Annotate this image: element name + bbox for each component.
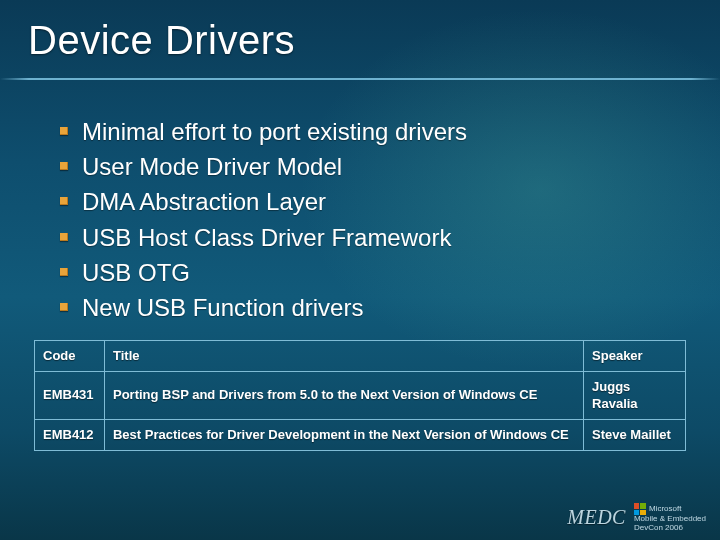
slide: Device Drivers Minimal effort to port ex… <box>0 0 720 540</box>
cell-title: Best Practices for Driver Development in… <box>104 419 583 450</box>
microsoft-text: Microsoft <box>649 505 681 513</box>
bullet-item: USB OTG <box>60 257 680 288</box>
col-header-title: Title <box>104 341 583 372</box>
sessions-table-wrap: Code Title Speaker EMB431 Porting BSP an… <box>34 340 686 451</box>
slide-title: Device Drivers <box>0 0 720 63</box>
cell-title: Porting BSP and Drivers from 5.0 to the … <box>104 372 583 420</box>
medc-logo-text: MEDC <box>567 506 626 529</box>
bullet-item: New USB Function drivers <box>60 292 680 323</box>
sessions-table: Code Title Speaker EMB431 Porting BSP an… <box>34 340 686 451</box>
col-header-speaker: Speaker <box>584 341 686 372</box>
footer-sub2: DevCon 2006 <box>634 524 706 532</box>
title-underline <box>0 78 720 80</box>
footer-brand: MEDC Microsoft Mobile & Embedded DevCon … <box>567 503 706 532</box>
bullet-item: DMA Abstraction Layer <box>60 186 680 217</box>
table-row: EMB412 Best Practices for Driver Develop… <box>35 419 686 450</box>
cell-code: EMB431 <box>35 372 105 420</box>
table-row: EMB431 Porting BSP and Drivers from 5.0 … <box>35 372 686 420</box>
bullet-list: Minimal effort to port existing drivers … <box>60 116 680 327</box>
microsoft-block: Microsoft Mobile & Embedded DevCon 2006 <box>634 503 706 532</box>
cell-code: EMB412 <box>35 419 105 450</box>
table-header-row: Code Title Speaker <box>35 341 686 372</box>
cell-speaker: Steve Maillet <box>584 419 686 450</box>
cell-speaker: Juggs Ravalia <box>584 372 686 420</box>
bullet-item: USB Host Class Driver Framework <box>60 222 680 253</box>
bullet-item: User Mode Driver Model <box>60 151 680 182</box>
col-header-code: Code <box>35 341 105 372</box>
bullet-item: Minimal effort to port existing drivers <box>60 116 680 147</box>
